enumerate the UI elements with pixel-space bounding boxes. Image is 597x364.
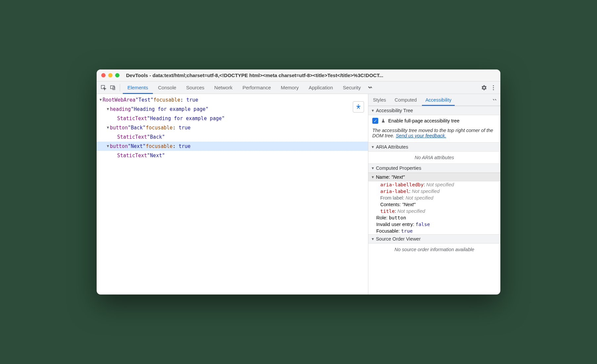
tab-elements[interactable]: Elements [123,81,153,94]
more-options-icon[interactable] [489,83,498,92]
window-controls [101,73,119,77]
prop-invalid-user-entry: Invalid user entry: false [368,221,500,228]
section-title: ARIA Attributes [376,144,408,150]
prop-title: title: Not specified [368,208,500,214]
disclosure-triangle-icon: ▼ [371,166,375,170]
tree-row[interactable]: ▼ RootWebArea "Test" focusable: true [97,95,368,105]
svg-point-3 [493,85,494,86]
dom-tree-panel[interactable]: ▼ RootWebArea "Test" focusable: true▼ he… [97,94,368,295]
tab-styles[interactable]: Styles [370,94,390,106]
disclosure-triangle-icon: ▼ [371,175,375,179]
checkbox-checked-icon[interactable]: ✓ [372,118,378,124]
name-property-header[interactable]: ▼ Name: "Next" [368,173,500,181]
titlebar: DevTools - data:text/html;charset=utf-8,… [97,69,500,81]
feedback-link[interactable]: Send us your feedback. [396,133,446,138]
svg-rect-2 [113,87,115,90]
tab-computed[interactable]: Computed [391,94,420,106]
svg-point-5 [493,89,494,90]
name-label: Name: [376,174,390,180]
section-title: Accessibility Tree [376,108,413,113]
tree-row[interactable]: ▼ button "Next" focusable: true [97,142,368,151]
tab-performance[interactable]: Performance [238,81,276,94]
tab-network[interactable]: Network [210,81,237,94]
content-area: ▼ RootWebArea "Test" focusable: true▼ he… [97,94,500,295]
prop-from-label: From label: Not specified [368,195,500,201]
section-title: Source Order Viewer [376,236,421,242]
zoom-window-button[interactable] [115,73,119,77]
inspect-icon[interactable] [99,83,108,92]
more-side-tabs-icon[interactable] [490,96,499,104]
enable-full-page-tree-row[interactable]: ✓ Enable full-page accessibility tree [368,115,500,126]
disclosure-triangle-icon: ▼ [371,237,375,241]
devtools-window: DevTools - data:text/html;charset=utf-8,… [97,69,500,295]
separator [120,84,120,91]
accessibility-note: The accessibility tree moved to the top … [368,126,500,142]
settings-icon[interactable] [480,83,488,92]
prop-role: Role: button [368,214,500,221]
tab-application[interactable]: Application [304,81,338,94]
source-order-viewer-header[interactable]: ▼ Source Order Viewer [368,234,500,244]
no-source-order-text: No source order information available [368,244,500,255]
name-value: "Next" [391,174,405,180]
disclosure-triangle-icon: ▼ [371,145,375,149]
device-toggle-icon[interactable] [109,83,117,92]
section-title: Computed Properties [376,165,421,171]
aria-attributes-header[interactable]: ▼ ARIA Attributes [368,142,500,152]
minimize-window-button[interactable] [108,73,113,77]
more-tabs-icon[interactable] [366,83,375,92]
main-toolbar: Elements Console Sources Network Perform… [97,81,500,94]
sidebar-tabs: Styles Computed Accessibility [368,94,500,106]
svg-point-4 [493,87,494,88]
tree-row[interactable]: ▼ heading "Heading for example page" [97,105,368,114]
sidebar-panel: Styles Computed Accessibility ▼ Accessib… [368,94,500,295]
tree-row[interactable]: StaticText "Heading for example page" [97,114,368,123]
window-title: DevTools - data:text/html;charset=utf-8,… [126,72,496,78]
tree-row[interactable]: StaticText "Back" [97,132,368,142]
tree-row[interactable]: StaticText "Next" [97,151,368,160]
disclosure-triangle-icon: ▼ [371,109,375,113]
close-window-button[interactable] [101,73,106,77]
tab-accessibility[interactable]: Accessibility [422,94,455,106]
prop-focusable: Focusable: true [368,228,500,234]
flask-icon [381,118,386,123]
prop-contents: Contents: "Next" [368,201,500,208]
svg-point-6 [358,105,359,106]
no-aria-attributes-text: No ARIA attributes [368,152,500,163]
accessibility-tree-header[interactable]: ▼ Accessibility Tree [368,106,500,115]
tab-memory[interactable]: Memory [276,81,303,94]
prop-aria-labelledby: aria-labelledby: Not specified [368,181,500,188]
accessibility-mode-button[interactable] [353,101,364,113]
tab-console[interactable]: Console [154,81,181,94]
tab-security[interactable]: Security [338,81,365,94]
enable-label: Enable full-page accessibility tree [388,118,459,123]
computed-properties-header[interactable]: ▼ Computed Properties [368,163,500,173]
tab-sources[interactable]: Sources [182,81,209,94]
tree-row[interactable]: ▼ button "Back" focusable: true [97,123,368,132]
prop-aria-label: aria-label: Not specified [368,188,500,195]
svg-rect-1 [111,86,114,89]
